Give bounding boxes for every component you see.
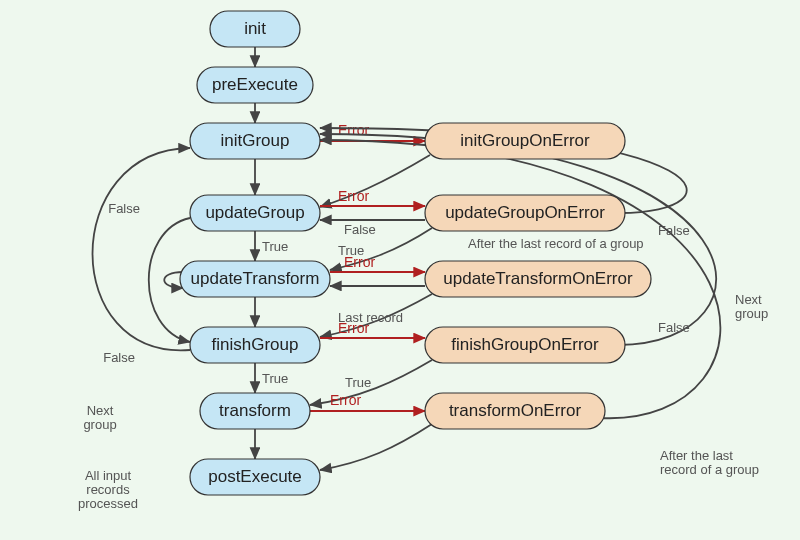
svg-text:updateGroup: updateGroup <box>205 203 304 222</box>
label-afterlast-2a: After the last <box>660 448 733 463</box>
label-error-1: Error <box>338 122 369 138</box>
label-afterlast-1: After the last record of a group <box>468 236 644 251</box>
node-transformOnError: transformOnError <box>425 393 605 429</box>
edge-initGroupOnError-return <box>320 155 430 207</box>
node-initGroupOnError: initGroupOnError <box>425 123 625 159</box>
label-allinput-1: All input <box>85 468 132 483</box>
label-error-2: Error <box>338 188 369 204</box>
label-nextgroup-l2: group <box>83 417 116 432</box>
edge-updateTransformOnError-lastrecord: Last record <box>320 294 432 337</box>
svg-text:initGroup: initGroup <box>221 131 290 150</box>
label-nextgroup-r1: Next <box>735 292 762 307</box>
label-true: True <box>262 239 288 254</box>
label-error-5: Error <box>330 392 361 408</box>
node-updateGroupOnError: updateGroupOnError <box>425 195 625 231</box>
node-initGroup: initGroup <box>190 123 320 159</box>
node-updateTransform: updateTransform <box>180 261 330 297</box>
svg-text:finishGroupOnError: finishGroupOnError <box>451 335 599 354</box>
label-true-2: True <box>262 371 288 386</box>
node-postExecute: postExecute <box>190 459 320 495</box>
label-allinput-3: processed <box>78 496 138 511</box>
svg-text:init: init <box>244 19 266 38</box>
node-init: init <box>210 11 300 47</box>
node-finishGroupOnError: finishGroupOnError <box>425 327 625 363</box>
node-preExecute: preExecute <box>197 67 313 103</box>
svg-text:postExecute: postExecute <box>208 467 302 486</box>
edge-initGroup-error: Error <box>320 122 425 141</box>
svg-text:initGroupOnError: initGroupOnError <box>460 131 590 150</box>
node-transform: transform <box>200 393 310 429</box>
label-false-fg: False <box>103 350 135 365</box>
label-false-fgoe: False <box>658 320 690 335</box>
svg-text:updateGroupOnError: updateGroupOnError <box>445 203 605 222</box>
label-nextgroup-r2: group <box>735 306 768 321</box>
label-nextgroup-l1: Next <box>87 403 114 418</box>
svg-text:transform: transform <box>219 401 291 420</box>
label-false-ug: False <box>108 201 140 216</box>
edge-finishGroup-to-transform: True <box>255 363 288 393</box>
node-updateGroup: updateGroup <box>190 195 320 231</box>
label-true-fgoe: True <box>345 375 371 390</box>
node-finishGroup: finishGroup <box>190 327 320 363</box>
edge-updateGroupOnError-false: False <box>320 220 425 237</box>
edge-updateGroup-to-updateTransform: True <box>255 231 288 261</box>
edge-transformOnError-return <box>320 424 432 470</box>
node-updateTransformOnError: updateTransformOnError <box>425 261 651 297</box>
label-allinput-2: records <box>86 482 130 497</box>
edge-updateGroup-error: Error <box>320 188 425 206</box>
svg-text:updateTransformOnError: updateTransformOnError <box>443 269 633 288</box>
label-false-ugoe: False <box>344 222 376 237</box>
label-afterlast-2b: record of a group <box>660 462 759 477</box>
svg-text:finishGroup: finishGroup <box>212 335 299 354</box>
svg-text:updateTransform: updateTransform <box>191 269 320 288</box>
svg-text:transformOnError: transformOnError <box>449 401 582 420</box>
label-error-3: Error <box>344 254 375 270</box>
svg-text:preExecute: preExecute <box>212 75 298 94</box>
edge-finishGroupOnError-true: True <box>310 360 432 405</box>
edge-finishGroup-false-to-initGroup: False <box>93 148 191 365</box>
label-error-4: Error <box>338 320 369 336</box>
